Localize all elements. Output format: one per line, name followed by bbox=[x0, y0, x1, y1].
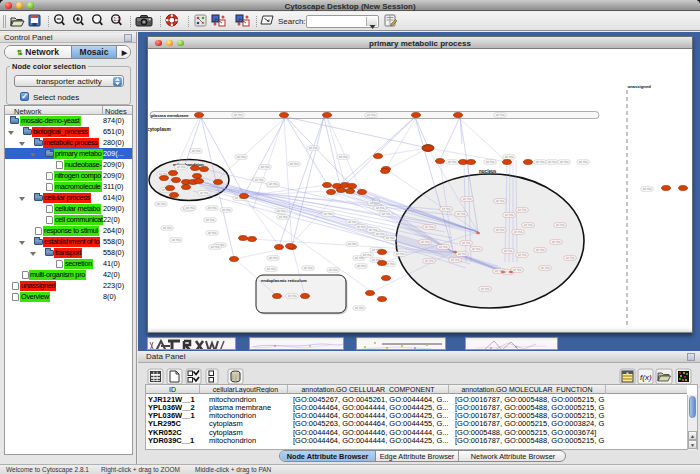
svg-text:an rna: an rna bbox=[451, 258, 460, 262]
svg-text:an rna: an rna bbox=[536, 160, 545, 164]
svg-text:an rna: an rna bbox=[560, 160, 569, 164]
svg-text:an rna: an rna bbox=[267, 267, 276, 271]
svg-text:an rna: an rna bbox=[496, 199, 505, 203]
svg-text:an rna: an rna bbox=[329, 268, 338, 272]
svg-text:an rna: an rna bbox=[324, 212, 333, 216]
svg-text:an rna: an rna bbox=[348, 242, 357, 246]
svg-text:an rna: an rna bbox=[277, 209, 286, 213]
svg-text:an rna: an rna bbox=[552, 240, 561, 244]
svg-text:an rna: an rna bbox=[177, 165, 186, 169]
svg-text:an rna: an rna bbox=[463, 197, 472, 201]
svg-text:cytoplasm: cytoplasm bbox=[148, 127, 171, 132]
svg-text:an rna: an rna bbox=[348, 220, 357, 224]
svg-text:an rna: an rna bbox=[211, 245, 220, 249]
svg-text:an rna: an rna bbox=[496, 228, 505, 232]
svg-text:an rna: an rna bbox=[363, 253, 372, 257]
svg-text:an rna: an rna bbox=[541, 266, 550, 270]
svg-text:an rna: an rna bbox=[556, 223, 565, 227]
svg-text:an rna: an rna bbox=[222, 208, 231, 212]
svg-text:an rna: an rna bbox=[513, 268, 522, 272]
svg-text:endoplasmic reticulum: endoplasmic reticulum bbox=[261, 278, 307, 283]
svg-text:an rna: an rna bbox=[382, 212, 391, 216]
svg-text:an rna: an rna bbox=[186, 206, 195, 210]
svg-text:an rna: an rna bbox=[514, 230, 523, 234]
svg-text:an rna: an rna bbox=[486, 160, 495, 164]
svg-text:an rna: an rna bbox=[304, 266, 313, 270]
svg-text:an rna: an rna bbox=[518, 253, 527, 257]
svg-text:an rna: an rna bbox=[496, 113, 505, 117]
svg-text:an rna: an rna bbox=[192, 149, 201, 153]
svg-text:an rna: an rna bbox=[163, 226, 172, 230]
svg-text:an rna: an rna bbox=[288, 294, 297, 298]
svg-text:an rna: an rna bbox=[458, 252, 467, 256]
svg-text:an rna: an rna bbox=[386, 236, 395, 240]
svg-text:unassigned: unassigned bbox=[628, 84, 652, 89]
svg-text:an rna: an rna bbox=[376, 232, 385, 236]
svg-text:an rna: an rna bbox=[357, 225, 366, 229]
svg-text:an rna: an rna bbox=[269, 256, 278, 260]
svg-text:an rna: an rna bbox=[566, 256, 575, 260]
svg-text:an rna: an rna bbox=[425, 225, 434, 229]
svg-text:an rna: an rna bbox=[505, 155, 514, 159]
svg-text:nucleus: nucleus bbox=[479, 169, 497, 174]
svg-text:f(x): f(x) bbox=[640, 373, 652, 382]
svg-text:plasma membrane: plasma membrane bbox=[151, 113, 189, 118]
svg-text:an rna: an rna bbox=[157, 202, 166, 206]
svg-text:an rna: an rna bbox=[481, 287, 490, 291]
svg-text:an rna: an rna bbox=[579, 160, 588, 164]
svg-text:an rna: an rna bbox=[357, 264, 366, 268]
svg-text:an rna: an rna bbox=[172, 238, 181, 242]
svg-text:an rna: an rna bbox=[457, 212, 466, 216]
svg-text:an rna: an rna bbox=[309, 146, 318, 150]
svg-text:an rna: an rna bbox=[518, 208, 527, 212]
svg-text:an rna: an rna bbox=[396, 252, 405, 256]
svg-text:an rna: an rna bbox=[367, 113, 376, 117]
svg-text:an rna: an rna bbox=[643, 187, 652, 191]
svg-text:an rna: an rna bbox=[504, 249, 513, 253]
svg-text:an rna: an rna bbox=[442, 207, 451, 211]
svg-text:an rna: an rna bbox=[462, 241, 471, 245]
svg-text:an rna: an rna bbox=[208, 206, 217, 210]
svg-text:an rna: an rna bbox=[269, 182, 278, 186]
svg-text:an rna: an rna bbox=[505, 213, 514, 217]
svg-text:an rna: an rna bbox=[261, 165, 270, 169]
svg-text:an rna: an rna bbox=[200, 191, 209, 195]
svg-text:an rna: an rna bbox=[472, 247, 481, 251]
svg-text:an rna: an rna bbox=[339, 155, 348, 159]
svg-text:an rna: an rna bbox=[425, 259, 434, 263]
svg-text:an rna: an rna bbox=[279, 215, 288, 219]
svg-text:an rna: an rna bbox=[536, 248, 545, 252]
svg-text:an rna: an rna bbox=[421, 240, 430, 244]
svg-text:1:1: 1:1 bbox=[114, 17, 121, 22]
svg-text:an rna: an rna bbox=[439, 245, 448, 249]
svg-text:an rna: an rna bbox=[237, 155, 246, 159]
svg-text:an rna: an rna bbox=[376, 206, 385, 210]
svg-text:an rna: an rna bbox=[208, 231, 217, 235]
svg-text:an rna: an rna bbox=[355, 306, 364, 310]
svg-text:an rna: an rna bbox=[386, 262, 395, 266]
svg-text:an rna: an rna bbox=[548, 160, 557, 164]
svg-text:an rna: an rna bbox=[255, 178, 264, 182]
svg-text:an rna: an rna bbox=[448, 160, 457, 164]
svg-text:an rna: an rna bbox=[234, 113, 243, 117]
svg-text:an rna: an rna bbox=[206, 218, 215, 222]
svg-text:an rna: an rna bbox=[290, 162, 299, 166]
svg-text:an rna: an rna bbox=[524, 223, 533, 227]
